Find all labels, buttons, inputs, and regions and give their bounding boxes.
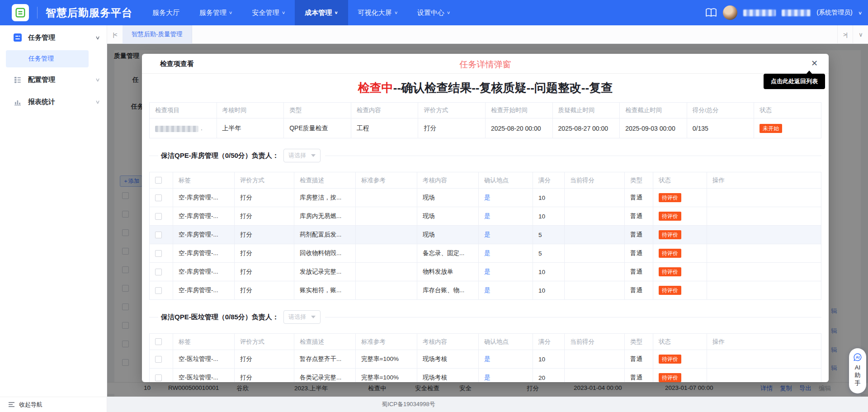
inspection-item-row: 空-医垃管理-...打分暂存点整齐干...完整率=100%现场考核是10普通待评…: [150, 350, 821, 369]
nav-menu-item[interactable]: 设置中心∨: [407, 0, 460, 25]
tag-cell: 空-库房管理-...: [173, 226, 235, 244]
full-score-cell: 10: [533, 207, 565, 226]
inspection-items-table-medical-waste: 标签评价方式检查描述标准参考考核内容确认地点满分当前得分类型状态操作空-医垃管理…: [149, 333, 821, 382]
full-score-cell: 5: [533, 244, 565, 263]
confirm-location-link[interactable]: 是: [484, 287, 491, 294]
nav-menu-item-label: 服务管理: [199, 9, 226, 17]
row-checkbox[interactable]: [155, 250, 162, 257]
collapse-nav-button[interactable]: 收起导航: [0, 397, 107, 412]
row-checkbox[interactable]: [155, 194, 162, 201]
chevron-down-icon: ∨: [95, 99, 100, 105]
confirm-location-link[interactable]: 是: [484, 268, 491, 275]
manual-book-icon[interactable]: [705, 8, 717, 18]
sidebar-item-task-management[interactable]: 任务管理: [6, 50, 89, 67]
summary-col-header: 检查内容: [351, 103, 418, 118]
content-cell: 物料发放单: [417, 263, 479, 281]
nav-menu-item-label: 服务大厅: [152, 9, 179, 17]
confirm-location-link[interactable]: 是: [484, 213, 491, 219]
summary-col-header: 类型: [284, 103, 351, 118]
app-logo-icon[interactable]: [12, 4, 29, 21]
items-col-header: 检查描述: [294, 172, 356, 189]
summary-header-row: 检查项目考核时间类型检查内容评价方式检查开始时间质疑截止时间检查截止时间得分/总…: [150, 103, 821, 118]
chevron-down-icon: ∨: [229, 10, 233, 15]
items-col-header: 考核内容: [417, 172, 479, 189]
nav-menu-item[interactable]: 成本管理∨: [295, 0, 348, 25]
collapse-nav-label: 收起导航: [19, 401, 42, 409]
row-checkbox[interactable]: [155, 232, 162, 238]
nav-menu-item[interactable]: 安全管理∨: [242, 0, 295, 25]
type-cell: 普通: [625, 281, 653, 300]
standard-cell: [356, 263, 417, 281]
current-score-cell: [565, 226, 625, 244]
chevron-down-icon: ∨: [447, 10, 451, 15]
status-cell: 待评价: [653, 369, 707, 383]
row-checkbox[interactable]: [155, 269, 162, 275]
nav-menu-item[interactable]: 可视化大屏∨: [348, 0, 408, 25]
current-score-cell: [565, 244, 625, 263]
method-cell: 打分: [235, 350, 294, 369]
items-col-header: 评价方式: [235, 334, 294, 350]
select-all-checkbox[interactable]: [155, 177, 162, 184]
confirm-cell: 是: [479, 244, 533, 263]
nav-menu-item[interactable]: 服务大厅: [142, 0, 189, 25]
select-all-checkbox[interactable]: [155, 338, 162, 345]
items-col-header: 评价方式: [235, 172, 294, 189]
scroll-tabs-left-icon[interactable]: |<: [107, 31, 123, 38]
items-col-header: 考核内容: [417, 334, 479, 350]
top-navbar: 智慧后勤服务平台 服务大厅服务管理∨安全管理∨成本管理∨可视化大屏∨设置中心∨ …: [0, 0, 868, 25]
operation-cell: [707, 281, 821, 300]
user-avatar[interactable]: [723, 5, 737, 20]
task-icon: [14, 33, 22, 42]
redacted-username: [743, 9, 776, 16]
operation-cell: [707, 207, 821, 226]
summary-cell: 2025-08-20 00:00: [485, 118, 552, 138]
chevron-down-icon[interactable]: ∨: [858, 10, 863, 15]
modal-header: 检查项查看 任务详情弹窗 ✕: [142, 54, 829, 74]
select-placeholder: 请选择: [288, 313, 306, 321]
chevron-down-icon: [311, 154, 316, 157]
summary-row: .上半年QPE质量检查工程打分2025-08-20 00:002025-08-2…: [150, 118, 821, 138]
checkbox-cell: [150, 369, 173, 383]
owner-select[interactable]: 请选择: [283, 149, 321, 162]
confirm-location-link[interactable]: 是: [484, 374, 491, 381]
ai-label-line: 助: [855, 371, 861, 379]
confirm-location-link[interactable]: 是: [484, 250, 491, 256]
summary-cell: QPE质量检查: [284, 118, 351, 138]
row-checkbox[interactable]: [155, 287, 162, 294]
summary-status-cell: 未开始: [754, 118, 821, 138]
ai-assistant-button[interactable]: AI AI助手: [849, 348, 866, 393]
tab-quality-management[interactable]: 智慧后勤-质量管理: [123, 25, 192, 44]
sidebar-group-config-management[interactable]: 配置管理 ∨: [0, 70, 107, 90]
owner-select[interactable]: 请选择: [283, 310, 321, 324]
operation-cell: [707, 189, 821, 207]
nav-menu-item[interactable]: 服务管理∨: [189, 0, 242, 25]
nav-menu-item-label: 成本管理: [305, 9, 332, 17]
user-role-label[interactable]: (系统管理员): [816, 9, 852, 17]
tabs-menu-icon[interactable]: ∨: [853, 25, 868, 44]
scroll-tabs-right-icon[interactable]: >|: [837, 25, 853, 44]
full-score-cell: 10: [533, 263, 565, 281]
desc-cell: 库房整洁，按...: [294, 189, 356, 207]
confirm-location-link[interactable]: 是: [484, 355, 491, 362]
type-cell: 普通: [625, 263, 653, 281]
method-cell: 打分: [235, 281, 294, 300]
type-cell: 普通: [625, 369, 653, 383]
row-checkbox[interactable]: [155, 356, 162, 363]
sidebar-group-task-management[interactable]: 任务管理 ∨: [0, 28, 107, 47]
type-cell: 普通: [625, 350, 653, 369]
confirm-location-link[interactable]: 是: [484, 194, 491, 201]
confirm-location-link[interactable]: 是: [484, 231, 491, 238]
summary-col-header: 评价方式: [418, 103, 486, 118]
summary-col-header: 得分/总分: [687, 103, 754, 118]
items-col-header: 状态: [653, 334, 707, 350]
close-icon[interactable]: ✕: [811, 58, 818, 68]
navbar-right: (系统管理员) ∨: [705, 5, 868, 20]
summary-col-header: 质疑截止时间: [552, 103, 620, 118]
row-checkbox[interactable]: [155, 213, 162, 220]
sidebar-group-report-statistics[interactable]: 报表统计 ∨: [0, 92, 107, 112]
inspection-item-view-modal: 检查项查看 任务详情弹窗 ✕ 点击此处返回列表 检查中--确认检查结果--复核质…: [142, 54, 829, 382]
row-checkbox[interactable]: [155, 374, 162, 381]
divider: [37, 7, 38, 19]
page-footer: 蜀ICP备19034998号: [107, 397, 868, 412]
inspection-item-row: 空-库房管理-...打分账实相符，账...库存台账、物...是10普通待评价: [150, 281, 821, 300]
